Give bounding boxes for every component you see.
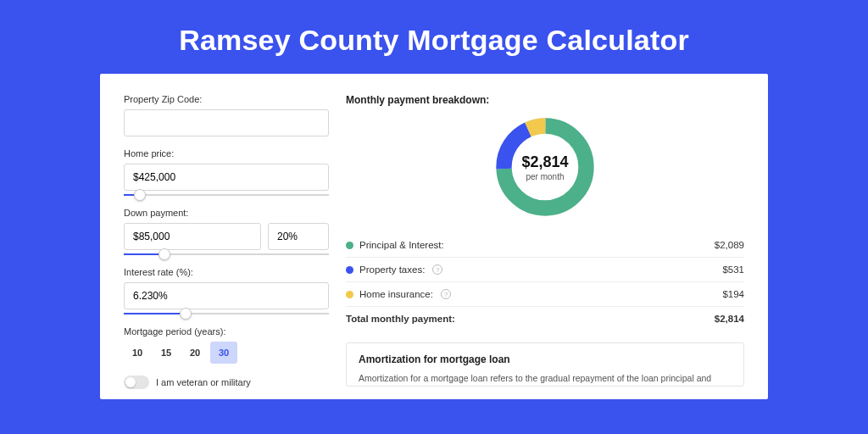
total-label: Total monthly payment:: [346, 314, 455, 324]
down-payment-field: Down payment:: [124, 208, 329, 255]
period-field: Mortgage period (years): 10 15 20 30: [124, 326, 329, 364]
veteran-toggle[interactable]: [124, 376, 149, 389]
zip-label: Property Zip Code:: [124, 94, 329, 104]
rate-field: Interest rate (%):: [124, 267, 329, 314]
home-price-input[interactable]: [124, 164, 329, 191]
rate-label: Interest rate (%):: [124, 267, 329, 277]
donut-amount: $2,814: [521, 153, 568, 171]
rate-slider[interactable]: [124, 313, 329, 314]
down-payment-input[interactable]: [124, 223, 261, 250]
info-icon[interactable]: ?: [432, 264, 442, 275]
down-payment-label: Down payment:: [124, 208, 329, 218]
home-price-label: Home price:: [124, 148, 329, 159]
donut-sublabel: per month: [526, 172, 564, 181]
rate-input[interactable]: [124, 282, 329, 309]
breakdown-list: Principal & Interest:$2,089Property taxe…: [346, 233, 744, 306]
period-button-group: 10 15 20 30: [124, 342, 329, 364]
breakdown-heading: Monthly payment breakdown:: [346, 94, 744, 106]
slider-fill: [124, 313, 186, 314]
veteran-toggle-row: I am veteran or military: [124, 376, 329, 389]
page-title: Ramsey County Mortgage Calculator: [0, 0, 868, 74]
breakdown-value: $531: [722, 264, 744, 275]
down-payment-pct-input[interactable]: [268, 223, 329, 250]
breakdown-label: Home insurance:: [359, 289, 433, 299]
period-label: Mortgage period (years):: [124, 326, 329, 337]
breakdown-value: $2,089: [715, 240, 744, 250]
info-icon[interactable]: ?: [441, 289, 451, 299]
slider-thumb[interactable]: [134, 189, 146, 201]
breakdown-row: Principal & Interest:$2,089: [346, 233, 744, 257]
slider-thumb[interactable]: [159, 248, 170, 260]
veteran-label: I am veteran or military: [156, 377, 251, 387]
donut-chart: $2,814 per month: [491, 113, 599, 221]
zip-input[interactable]: [124, 109, 329, 136]
breakdown-label: Principal & Interest:: [359, 240, 444, 250]
period-option-10[interactable]: 10: [124, 342, 151, 364]
amortization-heading: Amortization for mortgage loan: [359, 353, 732, 365]
legend-dot: [346, 266, 353, 274]
legend-dot: [346, 242, 353, 249]
donut-container: $2,814 per month: [346, 113, 744, 221]
donut-center: $2,814 per month: [491, 113, 599, 221]
period-option-15[interactable]: 15: [153, 342, 180, 364]
period-option-30[interactable]: 30: [210, 342, 237, 364]
total-value: $2,814: [715, 314, 744, 324]
calculator-card: Property Zip Code: Home price: Down paym…: [100, 74, 768, 399]
home-price-slider[interactable]: [124, 194, 329, 196]
down-payment-slider[interactable]: [124, 253, 329, 255]
breakdown-value: $194: [722, 289, 744, 299]
breakdown-row: Home insurance:?$194: [346, 281, 744, 306]
toggle-knob: [125, 377, 136, 387]
legend-dot: [346, 291, 353, 298]
zip-field: Property Zip Code:: [124, 94, 329, 136]
home-price-field: Home price:: [124, 148, 329, 196]
breakdown-total-row: Total monthly payment: $2,814: [346, 306, 744, 331]
amortization-card: Amortization for mortgage loan Amortizat…: [346, 342, 744, 387]
amortization-description: Amortization for a mortgage loan refers …: [359, 372, 732, 386]
breakdown-row: Property taxes:?$531: [346, 257, 744, 281]
slider-thumb[interactable]: [180, 308, 192, 320]
inputs-column: Property Zip Code: Home price: Down paym…: [124, 94, 329, 399]
breakdown-column: Monthly payment breakdown: $2,814 per mo…: [346, 94, 744, 399]
breakdown-label: Property taxes:: [359, 264, 425, 275]
period-option-20[interactable]: 20: [181, 342, 209, 364]
